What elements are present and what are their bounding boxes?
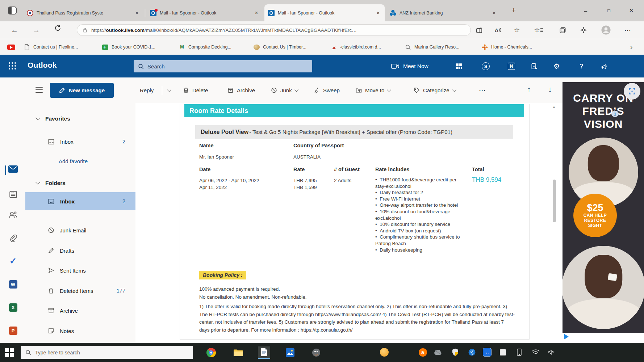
sparkle-copilot-icon[interactable]: [579, 26, 588, 34]
weather-sun-icon[interactable]: [380, 348, 389, 357]
bookmark-item[interactable]: Home - Chemicals...: [482, 42, 532, 52]
forward-icon[interactable]: →: [33, 25, 40, 35]
add-favorite-link[interactable]: Add favorite: [59, 158, 88, 164]
previous-message-icon[interactable]: ↑: [527, 85, 531, 94]
phone-link-icon[interactable]: [514, 348, 524, 357]
folder-junk-email[interactable]: Junk Email: [25, 223, 135, 237]
favorites-bar-icon[interactable]: ☆: [534, 26, 543, 34]
window-app-icon[interactable]: [498, 348, 507, 357]
meet-now-camera-icon[interactable]: [391, 61, 399, 72]
url-field[interactable]: https://outlook.live.com/mail/0/inbox/id…: [77, 24, 471, 36]
tab-mail-2-active[interactable]: Mail - Ian Spooner - Outlook ✕: [264, 4, 385, 21]
taskbar-search-input[interactable]: [35, 350, 188, 355]
adchoices-icon[interactable]: [564, 334, 569, 340]
taskbar-photos-icon[interactable]: [284, 346, 296, 359]
feedback-megaphone-icon[interactable]: [601, 61, 608, 72]
taskbar-document-icon[interactable]: [258, 346, 270, 359]
add-favorite-star-icon[interactable]: ☆: [512, 26, 522, 34]
speaker-muted-icon[interactable]: [547, 348, 556, 357]
archive-button[interactable]: Archive: [227, 77, 255, 103]
search-input[interactable]: [147, 63, 308, 70]
window-minimize-button[interactable]: –: [580, 4, 592, 17]
back-icon[interactable]: ←: [11, 25, 18, 35]
read-aloud-icon[interactable]: A: [493, 26, 503, 34]
teamviewer-icon[interactable]: ↔: [482, 348, 492, 357]
qr-code-icon[interactable]: [456, 61, 462, 72]
todo-tasks-icon[interactable]: [531, 61, 538, 72]
reply-button[interactable]: Reply: [140, 77, 154, 103]
sweep-button[interactable]: Sweep: [314, 77, 340, 103]
folder-inbox-selected[interactable]: Inbox 2: [25, 192, 135, 210]
tab-anz-banking[interactable]: ANZ Internet Banking ✕: [386, 4, 501, 21]
next-message-icon[interactable]: ↓: [548, 85, 552, 94]
rail-excel-icon[interactable]: X: [8, 303, 18, 312]
help-icon[interactable]: ?: [580, 61, 584, 72]
folders-section-header[interactable]: Folders: [25, 176, 135, 190]
taskbar-chrome-icon[interactable]: [205, 346, 217, 359]
folder-sent-items[interactable]: Sent Items: [25, 263, 135, 278]
reply-dropdown-icon[interactable]: [168, 77, 171, 103]
cloud-sync-icon[interactable]: [433, 348, 443, 357]
split-screen-icon[interactable]: [474, 26, 484, 34]
scroll-up-icon[interactable]: ▲: [552, 105, 556, 109]
favorites-inbox-item[interactable]: Inbox 2: [25, 134, 135, 149]
tab-mail-1[interactable]: Mail - Ian Spooner - Outlook ✕: [146, 4, 263, 21]
profile-avatar[interactable]: [601, 26, 611, 34]
rail-mail-icon[interactable]: [8, 164, 18, 174]
hamburger-menu-icon[interactable]: [35, 87, 43, 93]
favorites-section-header[interactable]: Favorites: [25, 111, 135, 126]
close-icon[interactable]: ✕: [491, 10, 497, 16]
collections-icon[interactable]: [558, 26, 567, 34]
workspaces-icon[interactable]: [8, 7, 17, 14]
close-icon[interactable]: ✕: [375, 10, 381, 16]
bookmark-item[interactable]: -classictbird.com d...: [330, 42, 381, 52]
new-message-button[interactable]: New message: [50, 83, 114, 98]
tab-thailand-pass[interactable]: Thailand Pass Registration Syste ✕: [23, 4, 143, 21]
categorize-button[interactable]: Categorize: [414, 77, 456, 103]
folder-drafts[interactable]: Drafts: [25, 243, 135, 258]
bluetooth-icon[interactable]: [467, 348, 477, 357]
screenshot-button[interactable]: [624, 83, 640, 100]
delete-button[interactable]: Delete: [183, 77, 208, 103]
rail-powerpoint-icon[interactable]: P: [8, 326, 18, 335]
bookmark-item[interactable]: Contact us | Flexline...: [24, 42, 78, 52]
settings-gear-icon[interactable]: ⚙: [553, 61, 560, 72]
rail-attachments-icon[interactable]: [8, 233, 18, 243]
rail-people-icon[interactable]: [8, 210, 18, 219]
rail-calendar-icon[interactable]: [8, 189, 18, 199]
taskbar-paint-icon[interactable]: [310, 346, 322, 359]
rail-todo-icon[interactable]: ✓: [8, 256, 18, 266]
new-tab-button[interactable]: +: [511, 6, 516, 14]
close-icon[interactable]: ✕: [134, 10, 140, 16]
rail-word-icon[interactable]: W: [8, 279, 18, 289]
meet-now-label[interactable]: Meet Now: [403, 61, 428, 72]
browser-menu-icon[interactable]: ⋯: [623, 26, 632, 34]
taskbar-explorer-icon[interactable]: [232, 346, 244, 359]
reading-pane-scrollbar[interactable]: ▲: [552, 104, 557, 341]
wifi-icon[interactable]: [531, 348, 540, 357]
bookmark-item[interactable]: Book your COVID-1...: [102, 42, 155, 52]
window-maximize-button[interactable]: □: [603, 4, 615, 17]
folder-notes[interactable]: Notes: [25, 324, 135, 338]
window-close-button[interactable]: ✕: [625, 4, 637, 17]
junk-button[interactable]: Junk: [271, 77, 298, 103]
close-icon[interactable]: ✕: [254, 10, 259, 16]
bookmark-youtube[interactable]: [7, 42, 15, 52]
taskbar-search-box[interactable]: [21, 346, 193, 359]
app-launcher-icon[interactable]: [9, 62, 16, 70]
folder-deleted-items[interactable]: Deleted Items 177: [25, 283, 135, 298]
bookmark-item[interactable]: Marina Gallery Reso...: [405, 42, 459, 52]
refresh-icon[interactable]: [54, 25, 61, 31]
move-to-button[interactable]: Move to: [356, 77, 390, 103]
avast-icon[interactable]: a: [418, 348, 427, 357]
bookmark-item[interactable]: M Composite Decking...: [179, 42, 231, 52]
skype-icon[interactable]: S: [482, 61, 490, 72]
folder-archive[interactable]: Archive: [25, 303, 135, 318]
more-commands-icon[interactable]: ⋯: [479, 77, 486, 103]
bookmarks-overflow-icon[interactable]: ›: [630, 42, 632, 52]
outlook-search-box[interactable]: [134, 60, 312, 72]
bookmark-item[interactable]: Contact Us | Timber...: [254, 42, 306, 52]
ad-panel[interactable]: CARRY ONFRED’SVISION $25 CAN HELP RESTOR…: [563, 82, 644, 333]
defender-shield-icon[interactable]: [451, 348, 460, 357]
scrollbar-thumb[interactable]: [553, 180, 556, 222]
